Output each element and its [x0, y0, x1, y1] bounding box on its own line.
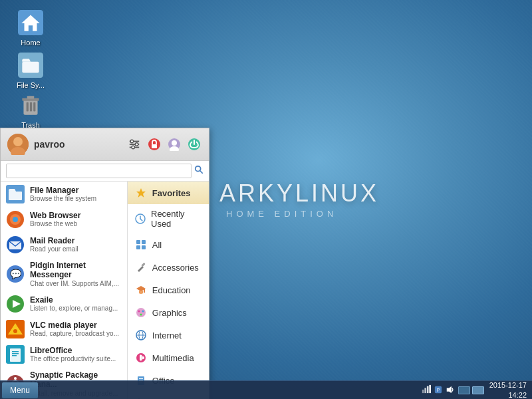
mail-icon — [6, 235, 25, 254]
network-tray-icon[interactable] — [422, 384, 431, 396]
menu-lock-icon[interactable] — [146, 136, 162, 152]
workspace-2[interactable] — [472, 386, 484, 394]
app-title-browser: Web Browser — [30, 211, 122, 220]
cat-label-education: Education — [152, 285, 191, 295]
app-title-libreoffice: LibreOffice — [30, 346, 122, 355]
tray-app-icon[interactable]: P — [434, 386, 442, 395]
app-item-pidgin[interactable]: 💬 Pidgin Internet Messenger Chat over IM… — [1, 257, 127, 291]
brand-name: ARKYLINUX — [219, 180, 379, 207]
svg-point-17 — [135, 143, 138, 146]
app-item-mail[interactable]: Mail Reader Read your email — [1, 232, 127, 257]
libreoffice-icon — [6, 345, 25, 364]
app-desc-filemanager: Browse the file system — [30, 195, 122, 203]
svg-rect-93 — [429, 385, 431, 393]
cat-graphics[interactable]: Graphics — [128, 301, 209, 324]
trash-icon — [17, 92, 44, 118]
svg-rect-43 — [12, 351, 19, 352]
volume-tray-icon[interactable] — [446, 385, 455, 396]
graphics-icon — [134, 306, 148, 319]
svg-rect-62 — [136, 245, 140, 249]
desktop-icon-trash[interactable]: Trash — [9, 92, 52, 130]
desktop-icon-filesystem[interactable]: File Sy... — [9, 52, 52, 90]
taskbar-left: Menu — [0, 382, 38, 398]
cat-label-accessories: Accessories — [152, 263, 199, 273]
pidgin-icon: 💬 — [6, 265, 25, 283]
filesystem-label: File Sy... — [17, 81, 45, 90]
app-item-filemanager[interactable]: File Manager Browse the file system — [1, 182, 127, 207]
svg-rect-3 — [22, 62, 39, 73]
svg-text:P: P — [436, 387, 440, 392]
menu-app-list: File Manager Browse the file system Web … — [1, 182, 128, 399]
cat-education[interactable]: Education — [128, 279, 209, 301]
svg-rect-28 — [9, 192, 22, 200]
svg-rect-63 — [142, 245, 146, 249]
app-desc-vlc: Read, capture, broadcast yo... — [30, 330, 122, 338]
taskbar-tray: P — [422, 384, 484, 396]
app-title-filemanager: File Manager — [30, 186, 122, 195]
svg-point-18 — [132, 146, 135, 149]
menu-header-icons — [126, 136, 202, 152]
svg-rect-6 — [27, 96, 35, 98]
app-title-mail: Mail Reader — [30, 236, 122, 245]
svg-marker-56 — [136, 188, 146, 198]
menu-categories: Favorites Recently Used — [128, 182, 209, 399]
cat-label-internet: Internet — [152, 331, 182, 340]
svg-rect-91 — [424, 388, 426, 393]
app-item-vlc[interactable]: VLC media player Read, capture, broadcas… — [1, 317, 127, 342]
cat-all[interactable]: All — [128, 233, 209, 256]
all-icon — [134, 238, 148, 251]
app-item-libreoffice[interactable]: LibreOffice The office productivity suit… — [1, 342, 127, 367]
cat-internet[interactable]: Internet — [128, 324, 209, 346]
brand-subtitle: HOME EDITION — [226, 209, 337, 219]
menu-search-icon[interactable] — [194, 165, 203, 177]
start-button[interactable]: Menu — [2, 382, 38, 398]
workspace-1[interactable] — [458, 386, 470, 394]
favorites-icon — [134, 186, 148, 200]
clock-time: 14:22 — [489, 390, 527, 400]
cat-multimedia[interactable]: Multimedia — [128, 346, 209, 369]
filemanager-icon — [6, 185, 25, 203]
taskbar-clock: 2015-12-17 14:22 — [489, 380, 527, 399]
menu-search-input[interactable] — [6, 164, 192, 178]
app-menu: pavroo — [0, 128, 209, 399]
menu-config-icon[interactable] — [126, 136, 142, 152]
svg-point-67 — [136, 308, 146, 317]
menu-power-icon[interactable] — [186, 136, 202, 152]
app-desc-pidgin: Chat over IM. Supports AIM,... — [30, 280, 122, 288]
browser-icon — [6, 210, 25, 229]
app-desc-exaile: Listen to, explore, or manag... — [30, 305, 122, 313]
svg-line-26 — [200, 171, 203, 174]
multimedia-icon — [134, 351, 148, 364]
home-label: Home — [21, 39, 40, 47]
svg-rect-60 — [136, 240, 140, 244]
svg-rect-90 — [422, 390, 424, 393]
menu-header: pavroo — [1, 128, 209, 161]
app-title-exaile: Exaile — [30, 295, 122, 305]
accessories-icon — [134, 261, 148, 274]
svg-rect-8 — [30, 102, 32, 112]
svg-rect-64 — [141, 263, 145, 267]
svg-text:💬: 💬 — [10, 269, 22, 280]
cat-recently-used[interactable]: Recently Used — [128, 204, 209, 233]
app-title-pidgin: Pidgin Internet Messenger — [30, 261, 122, 280]
svg-marker-96 — [446, 386, 451, 393]
recently-used-icon — [134, 212, 146, 225]
menu-user-icon[interactable] — [166, 136, 182, 152]
cat-favorites[interactable]: Favorites — [128, 182, 209, 204]
desktop-icon-home[interactable]: Home — [9, 9, 52, 47]
menu-body: File Manager Browse the file system Web … — [1, 182, 209, 399]
app-item-browser[interactable]: Web Browser Browse the web — [1, 207, 127, 232]
svg-rect-92 — [427, 386, 429, 394]
svg-point-31 — [13, 217, 18, 222]
svg-rect-61 — [142, 240, 146, 244]
exaile-icon — [6, 295, 25, 313]
svg-point-40 — [13, 329, 17, 333]
app-item-exaile[interactable]: Exaile Listen to, explore, or manag... — [1, 291, 127, 317]
vlc-icon — [6, 320, 25, 338]
cat-accessories[interactable]: Accessories — [128, 256, 209, 279]
svg-point-22 — [172, 140, 177, 146]
svg-line-59 — [140, 219, 142, 221]
app-desc-libreoffice: The office productivity suite... — [30, 355, 122, 363]
cat-label-multimedia: Multimedia — [152, 353, 194, 363]
cat-label-all: All — [152, 240, 162, 250]
